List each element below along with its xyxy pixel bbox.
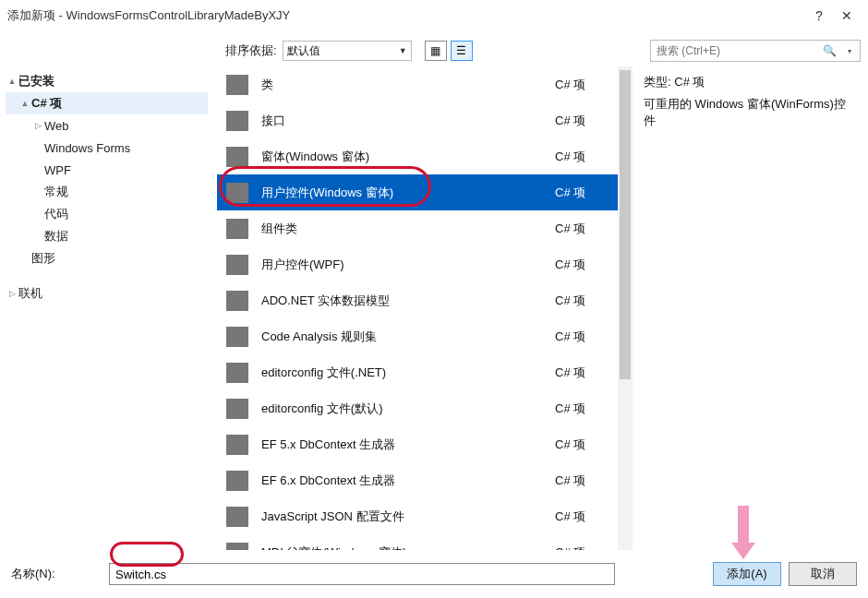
template-icon	[217, 471, 258, 491]
scrollbar[interactable]	[618, 66, 633, 550]
template-kind: C# 项	[555, 257, 618, 273]
template-icon	[217, 147, 258, 167]
template-kind: C# 项	[555, 77, 618, 93]
sort-by-select[interactable]: 默认值 ▼	[283, 41, 412, 61]
template-kind: C# 项	[555, 185, 618, 201]
tree-winforms[interactable]: Windows Forms	[6, 137, 208, 159]
template-name: 类	[258, 77, 555, 93]
template-kind: C# 项	[555, 437, 618, 453]
template-item[interactable]: EF 5.x DbContext 生成器C# 项	[217, 426, 618, 462]
search-box[interactable]: 🔍 ▾	[650, 40, 861, 62]
name-label: 名称(N):	[11, 566, 109, 582]
template-kind: C# 项	[555, 508, 618, 525]
template-item[interactable]: editorconfig 文件(.NET)C# 项	[217, 354, 618, 390]
template-name: 用户控件(Windows 窗体)	[258, 185, 555, 201]
sort-by-value: 默认值	[287, 43, 320, 59]
search-input[interactable]	[651, 42, 819, 59]
template-icon	[217, 543, 258, 551]
help-button[interactable]: ?	[805, 5, 833, 27]
search-icon[interactable]: 🔍	[819, 44, 839, 57]
template-kind: C# 项	[555, 149, 618, 165]
name-input[interactable]	[109, 563, 615, 585]
view-list-button[interactable]: ☰	[451, 41, 473, 61]
template-icon	[217, 183, 258, 203]
tree-csharp-item[interactable]: ▲C# 项	[6, 92, 208, 114]
template-icon	[217, 75, 258, 95]
template-item[interactable]: 用户控件(WPF)C# 项	[217, 246, 618, 282]
template-kind: C# 项	[555, 329, 618, 345]
template-kind: C# 项	[555, 365, 618, 381]
template-item[interactable]: 窗体(Windows 窗体)C# 项	[217, 138, 618, 174]
tree-code[interactable]: 代码	[6, 203, 208, 225]
template-name: EF 6.x DbContext 生成器	[258, 472, 555, 489]
template-name: 组件类	[258, 221, 555, 237]
tree-web[interactable]: ▷Web	[6, 114, 208, 137]
template-icon	[217, 255, 258, 275]
template-item[interactable]: Code Analysis 规则集C# 项	[217, 318, 618, 354]
window-title: 添加新项 - WindowsFormsControlLibraryMadeByX…	[7, 7, 290, 24]
tree-data[interactable]: 数据	[6, 225, 208, 247]
template-name: JavaScript JSON 配置文件	[258, 508, 555, 525]
template-kind: C# 项	[555, 221, 618, 237]
details-pane: 类型: C# 项 可重用的 Windows 窗体(WinForms)控件	[633, 66, 868, 550]
template-icon	[217, 111, 258, 131]
template-item[interactable]: EF 6.x DbContext 生成器C# 项	[217, 462, 618, 498]
template-item[interactable]: 用户控件(Windows 窗体)C# 项	[217, 174, 618, 210]
category-tree: ▲已安装 ▲C# 项 ▷Web Windows Forms WPF 常规 代码 …	[0, 66, 217, 550]
scrollbar-thumb[interactable]	[620, 70, 631, 379]
close-button[interactable]: ✕	[833, 5, 861, 27]
template-icon	[217, 399, 258, 419]
template-icon	[217, 327, 258, 347]
sort-by-label: 排序依据:	[225, 42, 277, 59]
type-value: C# 项	[674, 75, 705, 89]
template-icon	[217, 219, 258, 239]
template-name: Code Analysis 规则集	[258, 329, 555, 345]
tree-graphics[interactable]: 图形	[6, 247, 208, 269]
template-icon	[217, 363, 258, 383]
template-item[interactable]: 类C# 项	[217, 66, 618, 102]
template-name: 接口	[258, 113, 555, 129]
type-label: 类型:	[644, 75, 671, 89]
template-icon	[217, 291, 258, 311]
template-kind: C# 项	[555, 401, 618, 417]
template-list: 类C# 项接口C# 项窗体(Windows 窗体)C# 项用户控件(Window…	[217, 66, 633, 550]
template-item[interactable]: editorconfig 文件(默认)C# 项	[217, 390, 618, 426]
template-name: 窗体(Windows 窗体)	[258, 149, 555, 165]
tree-wpf[interactable]: WPF	[6, 159, 208, 181]
template-icon	[217, 507, 258, 527]
template-item[interactable]: ADO.NET 实体数据模型C# 项	[217, 282, 618, 318]
chevron-down-icon: ▼	[399, 46, 407, 55]
template-name: EF 5.x DbContext 生成器	[258, 437, 555, 453]
template-item[interactable]: 接口C# 项	[217, 102, 618, 138]
template-icon	[217, 435, 258, 455]
cancel-button[interactable]: 取消	[789, 562, 857, 586]
template-item[interactable]: 组件类C# 项	[217, 210, 618, 246]
template-item[interactable]: MDI 父窗体(Windows 窗体)C# 项	[217, 534, 618, 550]
template-kind: C# 项	[555, 472, 618, 489]
view-tiles-button[interactable]: ▦	[425, 41, 447, 61]
template-name: editorconfig 文件(默认)	[258, 401, 555, 417]
template-name: editorconfig 文件(.NET)	[258, 365, 555, 381]
template-kind: C# 项	[555, 113, 618, 129]
template-name: 用户控件(WPF)	[258, 257, 555, 273]
template-description: 可重用的 Windows 窗体(WinForms)控件	[644, 96, 857, 129]
template-kind: C# 项	[555, 293, 618, 309]
template-name: ADO.NET 实体数据模型	[258, 293, 555, 309]
tree-general[interactable]: 常规	[6, 181, 208, 203]
tree-online[interactable]: ▷联机	[6, 282, 208, 305]
add-button[interactable]: 添加(A)	[713, 562, 781, 586]
search-dropdown-icon[interactable]: ▾	[839, 47, 860, 55]
template-item[interactable]: JavaScript JSON 配置文件C# 项	[217, 498, 618, 534]
tree-installed[interactable]: ▲已安装	[6, 70, 208, 92]
